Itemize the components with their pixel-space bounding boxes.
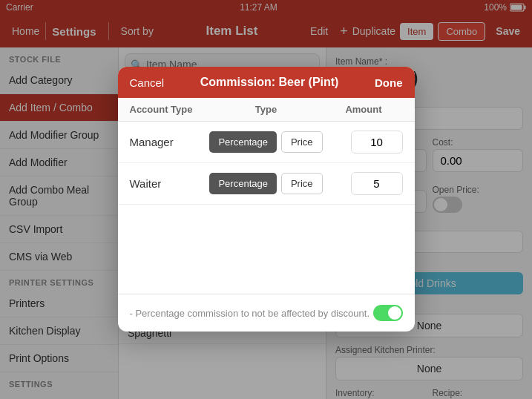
modal-footer-text: - Percentage commission to not be affect…	[130, 308, 370, 319]
modal-footer: - Percentage commission to not be affect…	[118, 294, 415, 332]
commission-row-waiter: Waiter Percentage Price	[118, 163, 415, 205]
col-amount: Amount	[324, 104, 402, 115]
modal-commission-toggle[interactable]	[373, 305, 403, 321]
waiter-type-group: Percentage Price	[208, 173, 325, 194]
manager-percentage-button[interactable]: Percentage	[209, 131, 277, 153]
modal-empty-area	[118, 205, 415, 294]
manager-amount-input[interactable]	[351, 131, 403, 154]
manager-price-button[interactable]: Price	[281, 131, 323, 153]
modal-done-button[interactable]: Done	[375, 76, 403, 89]
manager-type-group: Percentage Price	[208, 131, 325, 153]
waiter-amount	[324, 172, 402, 195]
col-account-type: Account Type	[130, 104, 208, 115]
modal-body: Account Type Type Amount Manager Percent…	[118, 98, 415, 294]
commission-modal: Cancel Commission: Beer (Pint) Done Acco…	[118, 67, 415, 332]
modal-cancel-button[interactable]: Cancel	[130, 76, 165, 89]
account-manager-label: Manager	[130, 136, 208, 148]
waiter-price-button[interactable]: Price	[281, 173, 323, 194]
modal-title: Commission: Beer (Pint)	[200, 76, 339, 89]
col-type: Type	[208, 104, 325, 115]
manager-amount	[324, 131, 402, 154]
modal-table-header: Account Type Type Amount	[118, 98, 415, 122]
account-waiter-label: Waiter	[130, 177, 208, 190]
waiter-amount-input[interactable]	[351, 172, 403, 195]
commission-row-manager: Manager Percentage Price	[118, 122, 415, 163]
modal-header: Cancel Commission: Beer (Pint) Done	[118, 67, 415, 98]
modal-overlay: Cancel Commission: Beer (Pint) Done Acco…	[0, 0, 532, 399]
waiter-percentage-button[interactable]: Percentage	[209, 173, 277, 194]
